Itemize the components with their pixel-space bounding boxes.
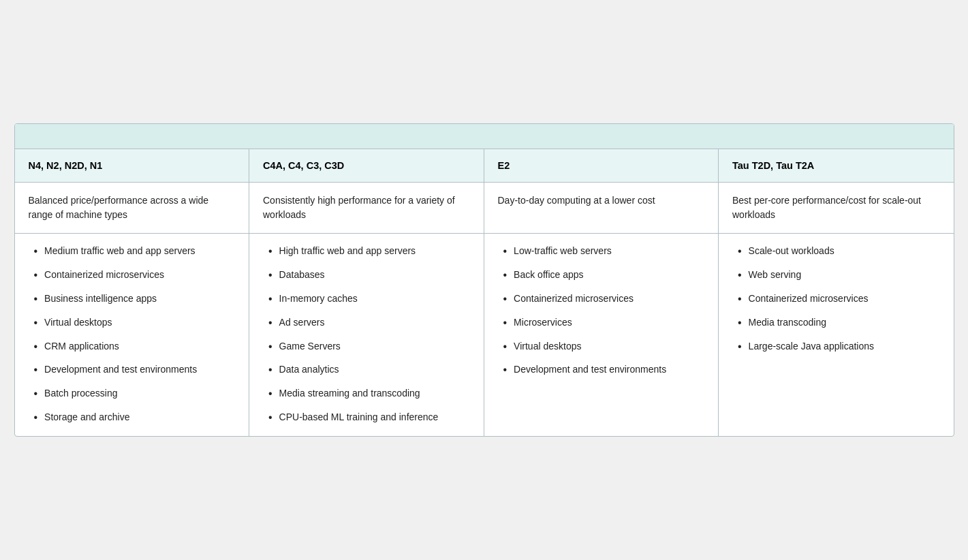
- list-item: Data analytics: [263, 363, 470, 377]
- list-item: Batch processing: [29, 387, 236, 401]
- main-table: N4, N2, N2D, N1C4A, C4, C3, C3DE2Tau T2D…: [14, 123, 954, 436]
- table-title: [15, 124, 954, 149]
- list-item: Ad servers: [263, 316, 470, 330]
- description-row: Balanced price/performance across a wide…: [15, 183, 954, 234]
- subheader-row: N4, N2, N2D, N1C4A, C4, C3, C3DE2Tau T2D…: [15, 149, 954, 183]
- list-item: Game Servers: [263, 340, 470, 354]
- list-item: Scale-out workloads: [732, 245, 940, 259]
- list-item: Virtual desktops: [498, 340, 705, 354]
- list-item: Development and test environments: [29, 363, 236, 377]
- list-item: Storage and archive: [29, 411, 236, 425]
- list-item: Databases: [263, 268, 470, 283]
- list-item: Virtual desktops: [29, 316, 236, 330]
- list-item: High traffic web and app servers: [263, 245, 470, 259]
- description-cell-c4a-c4: Consistently high performance for a vari…: [249, 183, 484, 234]
- list-item: Business intelligence apps: [29, 292, 236, 307]
- list-item: Containerized microservices: [732, 292, 940, 307]
- list-item: Containerized microservices: [498, 292, 705, 307]
- list-item: Back office apps: [498, 268, 705, 283]
- usecases-cell-c4a-c4: High traffic web and app serversDatabase…: [249, 234, 484, 435]
- list-item: Large-scale Java applications: [732, 340, 940, 354]
- list-item: Media transcoding: [732, 316, 940, 330]
- list-item: Containerized microservices: [29, 268, 236, 283]
- list-item: Microservices: [498, 316, 705, 330]
- list-item: Web serving: [732, 268, 940, 283]
- subheader-cell-c4a-c4: C4A, C4, C3, C3D: [249, 149, 484, 183]
- list-item: CRM applications: [29, 340, 236, 354]
- usecases-cell-n4-n2: Medium traffic web and app serversContai…: [15, 234, 250, 435]
- description-cell-tau: Best per-core performance/cost for scale…: [719, 183, 954, 234]
- usecases-cell-e2: Low-traffic web serversBack office appsC…: [484, 234, 719, 435]
- usecases-cell-tau: Scale-out workloadsWeb servingContaineri…: [719, 234, 954, 435]
- description-cell-n4-n2: Balanced price/performance across a wide…: [15, 183, 250, 234]
- list-item: Low-traffic web servers: [498, 245, 705, 259]
- list-item: Media streaming and transcoding: [263, 387, 470, 401]
- subheader-cell-n4-n2: N4, N2, N2D, N1: [15, 149, 250, 183]
- list-item: In-memory caches: [263, 292, 470, 307]
- list-item: Medium traffic web and app servers: [29, 245, 236, 259]
- list-item: Development and test environments: [498, 363, 705, 377]
- usecases-row: Medium traffic web and app serversContai…: [15, 234, 954, 435]
- description-cell-e2: Day-to-day computing at a lower cost: [484, 183, 719, 234]
- list-item: CPU-based ML training and inference: [263, 411, 470, 425]
- subheader-cell-tau: Tau T2D, Tau T2A: [719, 149, 954, 183]
- subheader-cell-e2: E2: [484, 149, 719, 183]
